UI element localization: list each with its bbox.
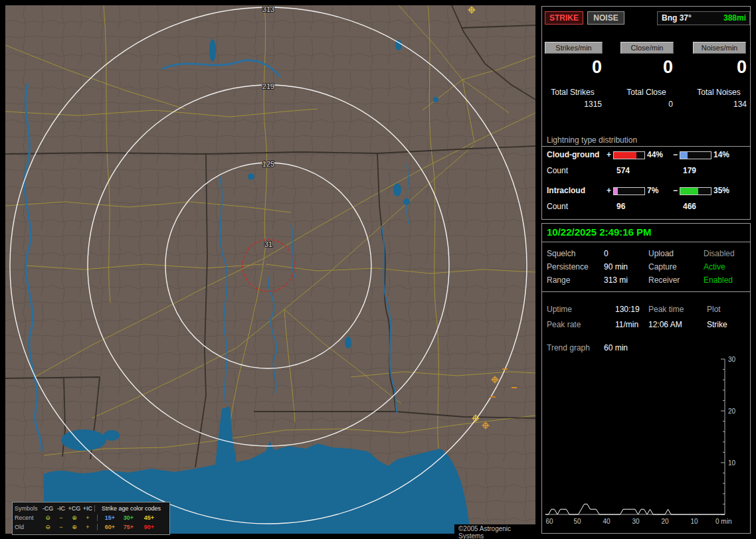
close-per-min-value: 0 [615,57,673,78]
cg-minus-bar [680,151,711,159]
count-label: Count [547,166,568,175]
app-window: 31 125 219 313 [0,0,756,539]
age-15-label: 15+ [97,514,118,521]
upload-value: Disabled [704,249,735,258]
cg-plus-percent: 44% [647,150,663,159]
plus-sign: + [607,150,611,159]
ic-plus-percent: 7% [647,186,658,195]
legend-header-row: Symbols -CG -IC +CG +IC Strike age color… [15,504,167,513]
legend-header-pos-cg: +CG [68,505,81,512]
peak-time-label: Peak time [648,305,684,314]
ytick-30: 30 [728,356,736,363]
cg-minus-percent: 14% [713,150,729,159]
age-60-label: 60+ [97,524,118,530]
total-noises-label: Total Noises [688,88,749,97]
cloud-ground-label: Cloud-ground [547,150,599,159]
cloud-ground-row: Cloud-ground + 44% − 14% [542,150,750,160]
noises-per-min-button[interactable]: Noises/min [693,42,746,54]
noise-button[interactable]: NOISE [587,11,624,25]
range-value: 313 mi [604,275,628,285]
noises-per-min-value: 0 [688,57,747,78]
uptime-row: Uptime 130:19 Peak time Plot [542,305,750,317]
xtick-0: 0 min [715,518,731,525]
map-legend: Symbols -CG -IC +CG +IC Strike age color… [12,502,170,535]
total-noises-value: 134 [688,100,747,109]
pos-cg-icon: ⊕ [68,514,81,521]
total-strikes-label: Total Strikes [542,88,603,97]
intracloud-count-row: Count 96 466 [542,202,750,212]
close-per-min-button[interactable]: Close/min [620,42,674,54]
xtick-40: 40 [603,518,611,525]
age-30-label: 30+ [118,514,139,521]
status-row: Squelch 0 Upload Disabled [542,249,750,261]
distribution-title: Lightning type distribution [547,135,637,145]
strikes-per-min-value: 0 [542,57,602,78]
trend-graph-duration: 60 min [604,343,628,352]
trend-graph: 30 20 10 60 50 40 30 20 10 0 min [544,354,749,529]
age-90-label: 90+ [139,524,159,530]
legend-recent-label: Recent [15,514,41,521]
minus-sign: − [673,150,678,159]
total-strikes-value: 1315 [542,100,602,109]
legend-header-neg-cg: -CG [41,505,54,512]
persistence-value: 90 min [604,262,628,271]
ring-label-31: 31 [264,240,272,248]
bearing-value: Bng 37° [662,13,692,23]
peak-time-value: 12:06 AM [648,320,682,329]
trend-ticks [721,359,725,514]
receiver-label: Receiver [648,275,680,285]
plot-value: Strike [707,320,727,329]
lake-pontchartrain [61,429,106,451]
upload-label: Upload [648,249,674,258]
neg-ic-icon: − [54,514,68,521]
ic-minus-percent: 35% [713,186,729,195]
persistence-label: Persistence [547,262,589,271]
legend-old-label: Old [15,524,41,530]
intracloud-label: Intracloud [547,186,585,195]
strikes-per-min-button[interactable]: Strikes/min [545,42,603,54]
uptime-value: 130:19 [615,305,640,314]
cg-plus-count: 574 [616,166,630,175]
ring-label-125: 125 [262,160,274,168]
total-close-value: 0 [615,100,673,109]
xtick-30: 30 [632,518,640,525]
status-row: Persistence 90 min Capture Active [542,262,750,274]
peak-rate-label: Peak rate [547,320,581,329]
bearing-display: Bng 37° 388mi [657,11,750,25]
ytick-10: 10 [728,459,736,467]
strike-button[interactable]: STRIKE [545,11,583,25]
uptime-label: Uptime [547,305,572,314]
ic-minus-bar [680,187,711,195]
distance-value: 388mi [723,13,746,23]
neg-cg-icon: ⊖ [41,514,54,521]
squelch-label: Squelch [547,249,575,258]
legend-header-pos-ic: +IC [81,505,94,512]
plus-sign: + [607,186,611,195]
peak-rate-row: Peak rate 11/min 12:06 AM Strike [542,320,750,332]
cg-plus-bar [613,151,645,159]
capture-value: Active [704,262,725,271]
xtick-50: 50 [573,518,581,525]
capture-label: Capture [648,262,677,271]
plot-label: Plot [707,305,721,314]
total-close-label: Total Close [616,88,676,97]
range-label: Range [547,275,570,285]
pos-cg-icon: ⊕ [68,524,81,530]
neg-cg-icon: ⊖ [41,524,54,530]
pos-ic-icon: + [81,514,94,521]
map-view[interactable]: 31 125 219 313 [5,5,535,534]
status-row: Range 313 mi Receiver Enabled [542,275,750,287]
map-svg: 31 125 219 313 [5,5,535,534]
ytick-20: 20 [728,408,736,415]
age-75-label: 75+ [118,524,139,530]
xtick-60: 60 [545,518,553,525]
pos-ic-icon: + [81,524,94,530]
trend-graph-label: Trend graph [547,343,590,352]
intracloud-row: Intracloud + 7% − 35% [542,186,750,196]
ic-plus-bar [613,187,645,195]
ic-minus-count: 466 [683,202,696,211]
xtick-20: 20 [661,518,669,525]
ring-label-313: 313 [262,5,274,13]
trend-line [545,504,725,514]
divider [542,242,750,242]
